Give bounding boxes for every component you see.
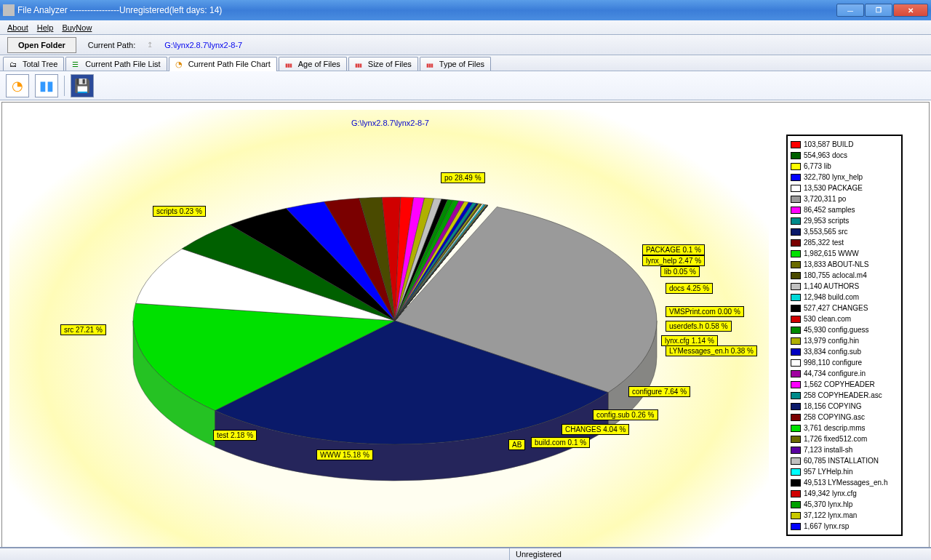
menu-help[interactable]: Help — [33, 22, 58, 33]
menubar: About Help BuyNow — [0, 20, 931, 35]
legend-row: 998,110 configure — [791, 357, 898, 368]
current-path-label: Current Path: — [88, 41, 135, 49]
pie-view-button[interactable]: ◔ — [6, 74, 29, 97]
legend-row: 258 COPYING.asc — [791, 412, 898, 423]
label-userdefs: userdefs.h 0.58 % — [666, 321, 732, 332]
list-icon — [72, 60, 82, 68]
chart-area: G:\lynx2.8.7\lynx2-8-7 po 28.49 % script… — [1, 102, 930, 560]
label-vmsprint: VMSPrint.com 0.00 % — [666, 306, 744, 317]
label-scripts: scripts 0.23 % — [153, 206, 206, 217]
bars-icon — [355, 60, 365, 68]
chart-icon — [175, 60, 185, 68]
legend-row: 49,513 LYMessages_en.h — [791, 477, 898, 488]
legend-row: 149,342 lynx.cfg — [791, 488, 898, 499]
label-lynxcfg: lynx.cfg 1.14 % — [661, 335, 718, 346]
tab-type[interactable]: Type of Files — [420, 57, 491, 71]
tab-size[interactable]: Size of Files — [348, 57, 418, 71]
legend-row: 3,553,565 src — [791, 226, 898, 237]
status-left — [0, 548, 509, 560]
save-button[interactable]: 💾 — [71, 74, 94, 97]
legend-row: 37,122 lynx.man — [791, 510, 898, 521]
label-po: po 28.49 % — [441, 172, 485, 183]
status-unregistered: Unregistered — [509, 548, 567, 560]
bars-icon — [426, 60, 436, 68]
legend-row: 322,780 lynx_help — [791, 172, 898, 183]
pie-chart — [104, 175, 671, 539]
label-configsub: config.sub 0.26 % — [593, 409, 658, 420]
legend-row: 86,452 samples — [791, 204, 898, 215]
label-src: src 27.21 % — [60, 324, 106, 335]
label-buildcom: build.com 0.1 % — [531, 437, 590, 448]
menu-buynow[interactable]: BuyNow — [57, 22, 96, 33]
legend-row: 44,734 configure.in — [791, 368, 898, 379]
label-test: test 2.18 % — [213, 430, 257, 441]
legend-row: 7,123 install-sh — [791, 444, 898, 455]
window-title: File Analyzer -----------------Unregiste… — [17, 5, 836, 15]
label-changes: CHANGES 4.04 % — [562, 424, 629, 435]
legend-row: 3,761 descrip.mms — [791, 423, 898, 433]
label-docs: docs 4.25 % — [666, 283, 713, 294]
label-www: WWW 15.18 % — [316, 449, 373, 460]
current-path-value[interactable]: G:\lynx2.8.7\lynx2-8-7 — [164, 41, 242, 49]
legend-row: 29,953 scripts — [791, 215, 898, 226]
tab-file-list[interactable]: Current Path File List — [65, 57, 167, 71]
legend-row: 957 LYHelp.hin — [791, 466, 898, 477]
legend: 103,587 BUILD554,963 docs6,773 lib322,78… — [786, 135, 903, 536]
chart-toolbar: ◔ ▮▮ 💾 — [0, 71, 931, 100]
tab-file-chart[interactable]: Current Path File Chart — [169, 57, 277, 71]
legend-row: 1,140 AUTHORS — [791, 281, 898, 292]
menu-about[interactable]: About — [3, 22, 33, 33]
legend-row: 285,322 test — [791, 237, 898, 248]
legend-row: 1,982,615 WWW — [791, 248, 898, 259]
legend-row: 554,963 docs — [791, 150, 898, 161]
legend-row: 18,156 COPYING — [791, 401, 898, 412]
legend-row: 1,726 fixed512.com — [791, 433, 898, 444]
close-button[interactable] — [893, 4, 928, 17]
app-icon — [3, 4, 15, 16]
tree-icon — [9, 60, 20, 68]
tab-age[interactable]: Age of Files — [279, 57, 347, 71]
legend-row: 1,562 COPYHEADER — [791, 379, 898, 390]
separator — [64, 76, 65, 96]
legend-row: 103,587 BUILD — [791, 139, 898, 150]
bar-view-button[interactable]: ▮▮ — [35, 74, 58, 97]
legend-row: 180,755 aclocal.m4 — [791, 270, 898, 281]
tab-total-tree[interactable]: Total Tree — [3, 57, 64, 71]
titlebar: File Analyzer -----------------Unregiste… — [0, 0, 931, 20]
legend-row: 45,370 lynx.hlp — [791, 499, 898, 510]
label-lymsg: LYMessages_en.h 0.38 % — [666, 345, 757, 356]
label-lynxhelp: lynx_help 2.47 % — [642, 255, 705, 266]
legend-row: 13,979 config.hin — [791, 335, 898, 346]
legend-row: 3,720,311 po — [791, 193, 898, 204]
legend-row: 13,833 ABOUT-NLS — [791, 259, 898, 270]
legend-row: 12,948 build.com — [791, 292, 898, 303]
maximize-button[interactable] — [865, 4, 892, 17]
up-arrow-icon[interactable]: ↥ — [147, 41, 153, 49]
legend-row: 530 clean.com — [791, 313, 898, 324]
chart-title: G:\lynx2.8.7\lynx2-8-7 — [351, 119, 429, 127]
label-ab: AB — [508, 439, 525, 450]
legend-row: 60,785 INSTALLATION — [791, 455, 898, 466]
path-toolbar: Open Folder Current Path: ↥ G:\lynx2.8.7… — [0, 35, 931, 55]
legend-row: 527,427 CHANGES — [791, 303, 898, 313]
label-package: PACKAGE 0.1 % — [642, 244, 705, 255]
legend-row: 1,667 lynx.rsp — [791, 521, 898, 532]
legend-row: 45,930 config.guess — [791, 324, 898, 335]
legend-row: 13,530 PACKAGE — [791, 183, 898, 193]
minimize-button[interactable] — [836, 4, 864, 17]
statusbar: Unregistered — [0, 547, 931, 560]
bars-icon — [285, 60, 295, 68]
legend-row: 33,834 config.sub — [791, 346, 898, 357]
label-configure: configure 7.64 % — [628, 386, 690, 397]
legend-row: 6,773 lib — [791, 161, 898, 172]
legend-row: 258 COPYHEADER.asc — [791, 390, 898, 401]
label-lib: lib 0.05 % — [660, 266, 700, 277]
tab-bar: Total Tree Current Path File List Curren… — [0, 55, 931, 71]
open-folder-button[interactable]: Open Folder — [7, 37, 76, 53]
